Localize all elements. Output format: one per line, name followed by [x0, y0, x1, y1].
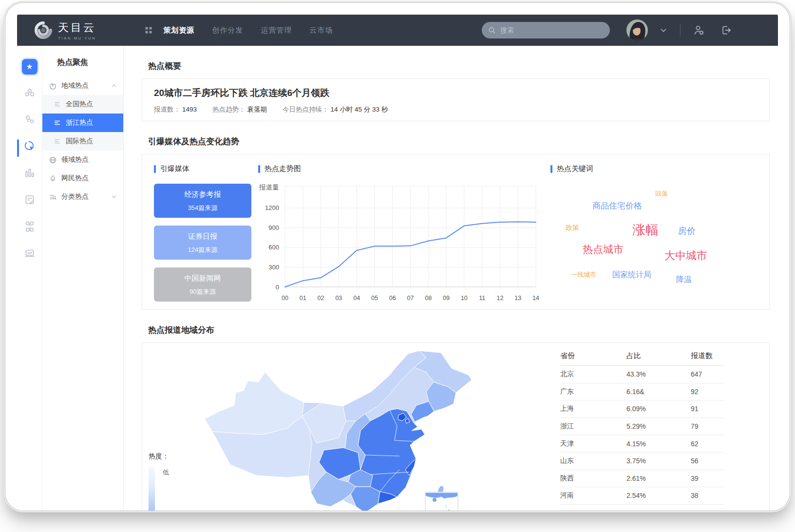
- list-lines-icon: [54, 101, 61, 108]
- table-header-cell: 占比: [626, 351, 691, 361]
- keyword-tag[interactable]: 回落: [655, 190, 668, 198]
- media-card[interactable]: 中国新闻网90篇来源: [154, 267, 251, 302]
- rail-item-favorites[interactable]: ★: [22, 59, 38, 75]
- stat-value: 衰落期: [247, 106, 267, 113]
- table-cell: 2.54%: [626, 492, 691, 499]
- table-row: 浙江5.29%79: [560, 418, 724, 436]
- rail-item-doc-check[interactable]: [21, 191, 38, 209]
- sidebar-item-netizen-hotspots[interactable]: 网民热点: [42, 169, 123, 188]
- sidebar-item-category-hotspots[interactable]: 分类热点: [42, 188, 123, 206]
- stat-item: 今日热点持续：14 小时 45 分 33 秒: [283, 105, 388, 114]
- table-cell: 6.09%: [626, 405, 691, 413]
- primary-nav: 策划资源创作分发运营管理云市场: [163, 26, 333, 35]
- table-cell: 天津: [560, 439, 626, 448]
- media-card[interactable]: 经济参考报354篇来源: [154, 184, 251, 218]
- avatar[interactable]: [626, 19, 648, 41]
- trend-card: 引爆媒体 经济参考报354篇来源证券日报124篇来源中国新闻网90篇来源 热点走…: [142, 154, 770, 310]
- keyword-tag[interactable]: 房价: [678, 225, 696, 237]
- rail-item-hotspot[interactable]: [21, 137, 38, 155]
- rail-item-monitor-chart[interactable]: [21, 245, 38, 262]
- table-cell: 浙江: [560, 422, 626, 431]
- nav-item[interactable]: 创作分发: [212, 26, 243, 35]
- icon-rail: ★: [17, 46, 42, 511]
- svg-text:07: 07: [407, 295, 414, 302]
- table-cell: 北京: [560, 370, 626, 379]
- stat-label: 今日热点持续：: [283, 106, 329, 113]
- table-cell: 647: [691, 370, 724, 378]
- keyword-tag[interactable]: 大中城市: [664, 248, 707, 263]
- media-count: 90篇来源: [154, 287, 251, 296]
- svg-text:300: 300: [268, 264, 279, 271]
- province-table-header: 省份占比报道数: [560, 346, 724, 366]
- stat-item: 报道数：1493: [154, 105, 197, 114]
- sidebar-item-label: 网民热点: [61, 174, 89, 183]
- table-cell: 43.3%: [626, 370, 691, 378]
- app-logo[interactable]: 天目云 TIAN MU YUN: [34, 20, 96, 40]
- sidebar-item-label: 国际热点: [66, 137, 93, 146]
- keyword-tag[interactable]: 一线城市: [571, 270, 596, 279]
- trend-line-chart[interactable]: 报道量0300600900120000010203040506070809101…: [259, 181, 542, 308]
- svg-text:01: 01: [300, 295, 306, 302]
- sidebar-item-zhejiang-hotspots[interactable]: 浙江热点: [42, 114, 123, 132]
- table-cell: 河南: [560, 491, 626, 500]
- user-settings-icon[interactable]: [693, 24, 705, 36]
- rail-item-apps-clover[interactable]: [21, 218, 38, 235]
- table-cell: 上海: [560, 404, 626, 413]
- chevron-down-icon[interactable]: [660, 26, 667, 34]
- china-choropleth-map[interactable]: [205, 348, 477, 511]
- keyword-tag[interactable]: 降温: [676, 275, 692, 285]
- nav-item[interactable]: 运营管理: [261, 26, 292, 35]
- nav-item[interactable]: 云市场: [309, 26, 333, 35]
- chevron-down-icon: [111, 194, 117, 200]
- sidebar-item-region-hotspots[interactable]: 地域热点: [42, 76, 123, 95]
- rail-item-bar-chart[interactable]: [21, 164, 38, 182]
- svg-text:09: 09: [443, 295, 450, 302]
- logout-icon[interactable]: [720, 24, 732, 36]
- table-cell: 6.16&: [626, 388, 691, 396]
- team-icon: [24, 87, 36, 98]
- rail-item-share-nodes[interactable]: [21, 111, 38, 128]
- svg-text:05: 05: [371, 295, 378, 302]
- sidebar-item-domain-hotspots[interactable]: 领域热点: [42, 151, 123, 169]
- table-cell: 陕西: [560, 474, 626, 483]
- table-cell: 山东: [560, 456, 626, 465]
- search-icon: [488, 26, 496, 35]
- fire-icon: [49, 174, 57, 183]
- search-list-icon: [49, 193, 57, 201]
- sidebar-item-label: 全国热点: [66, 100, 93, 109]
- stat-value: 14 小时 45 分 33 秒: [331, 106, 388, 113]
- svg-text:06: 06: [389, 295, 396, 302]
- svg-text:600: 600: [268, 244, 279, 251]
- stat-label: 热点趋势：: [212, 106, 246, 113]
- search-box[interactable]: [482, 22, 610, 38]
- nav-item[interactable]: 策划资源: [163, 26, 194, 35]
- keyword-tag[interactable]: 政策: [566, 224, 579, 232]
- keyword-tag[interactable]: 涨幅: [632, 221, 659, 239]
- apps-clover-icon: [24, 221, 36, 232]
- stat-label: 报道数：: [154, 106, 180, 113]
- table-header-cell: 报道数: [691, 351, 724, 361]
- rail-item-team[interactable]: [21, 84, 38, 101]
- sidebar-item-national-hotspots[interactable]: 全国热点: [42, 95, 123, 114]
- list-lines-icon: [54, 138, 61, 145]
- share-nodes-icon: [24, 114, 36, 125]
- svg-text:报道量: 报道量: [259, 184, 279, 191]
- table-row: 陕西2.61%39: [560, 470, 724, 488]
- province-table-body: 北京43.3%647广东6.16&92上海6.09%91浙江5.29%79天津4…: [560, 366, 724, 505]
- keyword-tag[interactable]: 热点城市: [583, 243, 624, 256]
- svg-text:02: 02: [318, 295, 324, 302]
- media-section-header: 引爆媒体: [154, 164, 189, 173]
- table-cell: 92: [691, 388, 724, 396]
- media-card[interactable]: 证券日报124篇来源: [154, 226, 251, 260]
- svg-text:12: 12: [496, 295, 503, 302]
- keyword-tag[interactable]: 国家统计局: [612, 270, 651, 280]
- sidebar-item-international-hotspots[interactable]: 国际热点: [42, 132, 123, 151]
- keyword-tag[interactable]: 商品住宅价格: [592, 200, 642, 211]
- apps-grid-icon[interactable]: [145, 26, 152, 34]
- media-section-title: 引爆媒体: [160, 164, 189, 173]
- svg-text:00: 00: [282, 295, 288, 302]
- search-input[interactable]: [500, 26, 604, 34]
- hotspot-compass-icon: [23, 140, 36, 152]
- keywords-section-header: 热点关键词: [550, 164, 593, 173]
- app-window: 天目云 TIAN MU YUN 策划资源创作分发运营管理云市场: [5, 3, 790, 511]
